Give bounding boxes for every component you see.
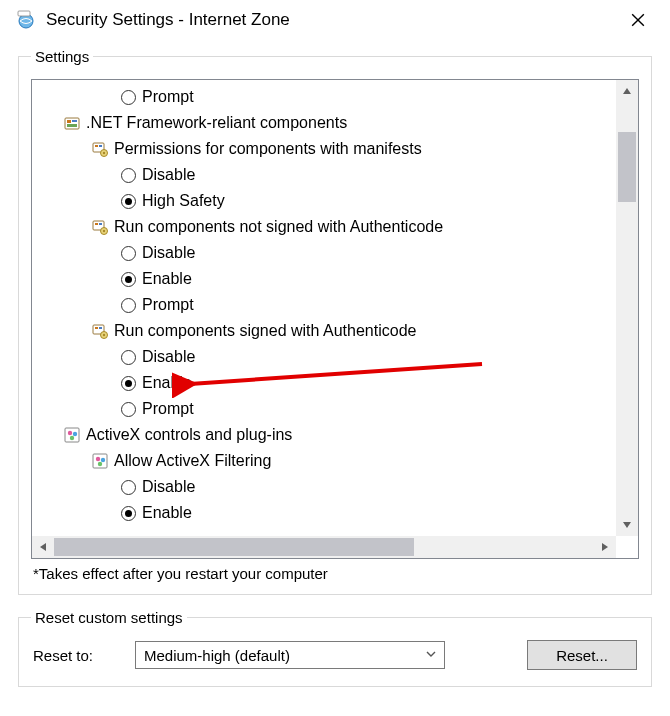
tree-category: Run components signed with Authenticode	[34, 318, 614, 344]
tree-option[interactable]: Disable	[34, 344, 614, 370]
reset-legend: Reset custom settings	[31, 609, 187, 626]
radio-button[interactable]	[121, 480, 136, 495]
category-label: Run components not signed with Authentic…	[114, 214, 443, 240]
svg-point-26	[70, 436, 74, 440]
settings-tree: Prompt.NET Framework-reliant componentsP…	[31, 79, 639, 559]
category-label: Run components signed with Authenticode	[114, 318, 416, 344]
tree-category: .NET Framework-reliant components	[34, 110, 614, 136]
radio-button[interactable]	[121, 272, 136, 287]
tree-option[interactable]: Prompt	[34, 84, 614, 110]
radio-button[interactable]	[121, 376, 136, 391]
tree-option[interactable]: Disable	[34, 474, 614, 500]
tree-category: Run components not signed with Authentic…	[34, 214, 614, 240]
scroll-thumb-vertical[interactable]	[618, 132, 636, 202]
reset-level-select[interactable]: Medium-high (default)	[135, 641, 445, 669]
radio-button[interactable]	[121, 506, 136, 521]
option-label: Enable	[142, 370, 192, 396]
tree-category: Allow ActiveX Filtering	[34, 448, 614, 474]
scroll-up-arrow[interactable]	[616, 80, 638, 102]
radio-icon	[118, 243, 138, 263]
option-label: Disable	[142, 240, 195, 266]
svg-rect-20	[99, 327, 102, 329]
svg-rect-15	[99, 223, 102, 225]
vertical-scrollbar[interactable]	[616, 80, 638, 536]
component-icon	[90, 321, 110, 341]
svg-rect-14	[95, 223, 98, 225]
radio-icon	[118, 269, 138, 289]
tree-option[interactable]: Enable	[34, 500, 614, 526]
svg-rect-10	[99, 145, 102, 147]
svg-rect-19	[95, 327, 98, 329]
category-label: ActiveX controls and plug-ins	[86, 422, 292, 448]
tree-category: Permissions for components with manifest…	[34, 136, 614, 162]
tree-option[interactable]: Disable	[34, 240, 614, 266]
dotnet-icon	[62, 113, 82, 133]
window-title: Security Settings - Internet Zone	[46, 10, 618, 30]
settings-group: Settings Prompt.NET Framework-reliant co…	[18, 48, 652, 595]
option-label: Enable	[142, 266, 192, 292]
option-label: Prompt	[142, 396, 194, 422]
reset-level-value: Medium-high (default)	[144, 647, 290, 664]
option-label: Disable	[142, 474, 195, 500]
radio-icon	[118, 347, 138, 367]
category-label: Allow ActiveX Filtering	[114, 448, 271, 474]
reset-to-label: Reset to:	[33, 647, 123, 664]
component-icon	[90, 139, 110, 159]
svg-point-17	[103, 230, 105, 232]
option-label: Enable	[142, 500, 192, 526]
svg-rect-1	[18, 11, 30, 16]
reset-button-label: Reset...	[556, 647, 608, 664]
radio-button[interactable]	[121, 402, 136, 417]
radio-icon	[118, 399, 138, 419]
tree-category: ActiveX controls and plug-ins	[34, 422, 614, 448]
svg-point-28	[96, 457, 100, 461]
tree-body: Prompt.NET Framework-reliant componentsP…	[32, 80, 616, 536]
radio-icon	[118, 503, 138, 523]
radio-icon	[118, 165, 138, 185]
horizontal-scrollbar[interactable]	[32, 536, 616, 558]
scroll-track-vertical[interactable]	[616, 102, 638, 514]
activex-icon	[90, 451, 110, 471]
scroll-down-arrow[interactable]	[616, 514, 638, 536]
radio-button[interactable]	[121, 246, 136, 261]
radio-icon	[118, 295, 138, 315]
svg-point-24	[68, 431, 72, 435]
radio-button[interactable]	[121, 90, 136, 105]
tree-option[interactable]: High Safety	[34, 188, 614, 214]
radio-icon	[118, 87, 138, 107]
svg-point-12	[103, 152, 105, 154]
radio-button[interactable]	[121, 194, 136, 209]
tree-option[interactable]: Disable	[34, 162, 614, 188]
option-label: High Safety	[142, 188, 225, 214]
radio-button[interactable]	[121, 298, 136, 313]
radio-icon	[118, 373, 138, 393]
category-label: Permissions for components with manifest…	[114, 136, 422, 162]
reset-group: Reset custom settings Reset to: Medium-h…	[18, 609, 652, 687]
radio-button[interactable]	[121, 350, 136, 365]
radio-icon	[118, 191, 138, 211]
svg-rect-6	[72, 120, 77, 122]
tree-option[interactable]: Prompt	[34, 292, 614, 318]
svg-rect-4	[65, 118, 79, 129]
svg-rect-9	[95, 145, 98, 147]
category-label: .NET Framework-reliant components	[86, 110, 347, 136]
svg-rect-7	[67, 124, 77, 127]
scroll-right-arrow[interactable]	[594, 536, 616, 558]
settings-legend: Settings	[31, 48, 93, 65]
radio-button[interactable]	[121, 168, 136, 183]
tree-option[interactable]: Prompt	[34, 396, 614, 422]
option-label: Disable	[142, 344, 195, 370]
scroll-left-arrow[interactable]	[32, 536, 54, 558]
tree-option[interactable]: Enable	[34, 370, 614, 396]
option-label: Prompt	[142, 292, 194, 318]
option-label: Disable	[142, 162, 195, 188]
restart-footnote: *Takes effect after you restart your com…	[33, 565, 637, 582]
tree-option[interactable]: Enable	[34, 266, 614, 292]
close-button[interactable]	[618, 5, 658, 35]
radio-icon	[118, 477, 138, 497]
scroll-track-horizontal[interactable]	[54, 536, 594, 558]
reset-button[interactable]: Reset...	[527, 640, 637, 670]
scroll-thumb-horizontal[interactable]	[54, 538, 414, 556]
svg-point-22	[103, 334, 105, 336]
component-icon	[90, 217, 110, 237]
